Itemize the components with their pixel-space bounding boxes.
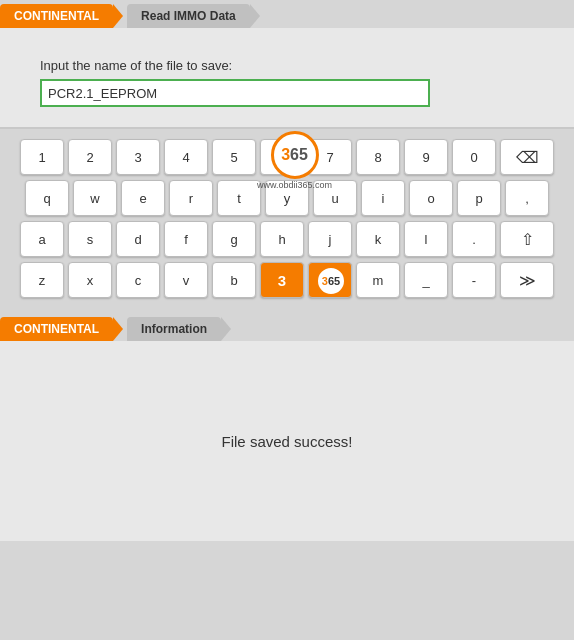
key-p[interactable]: p	[457, 180, 501, 216]
tab-continental-bottom[interactable]: CONTINENTAL	[0, 317, 113, 341]
key-comma[interactable]: ,	[505, 180, 549, 216]
key-logo-right: 365	[308, 262, 352, 298]
tab-arrow-immo	[250, 4, 260, 28]
tab-arrow-bottom-continental	[113, 317, 123, 341]
key-i[interactable]: i	[361, 180, 405, 216]
key-y[interactable]: y	[265, 180, 309, 216]
key-v[interactable]: v	[164, 262, 208, 298]
key-h[interactable]: h	[260, 221, 304, 257]
tab-continental-top[interactable]: CONTINENTAL	[0, 4, 113, 28]
key-0[interactable]: 0	[452, 139, 496, 175]
keyboard-row-q: q w e r t y u i o p ,	[8, 180, 566, 216]
tab-information[interactable]: Information	[127, 317, 221, 341]
key-shift[interactable]: ⇧	[500, 221, 554, 257]
top-tab-bar: CONTINENTAL Read IMMO Data	[0, 0, 574, 28]
key-dash[interactable]: -	[452, 262, 496, 298]
key-s[interactable]: s	[68, 221, 112, 257]
key-6[interactable]: 6	[260, 139, 304, 175]
key-c[interactable]: c	[116, 262, 160, 298]
key-u[interactable]: u	[313, 180, 357, 216]
key-double-down[interactable]: ≫	[500, 262, 554, 298]
tab-arrow-information	[221, 317, 231, 341]
key-1[interactable]: 1	[20, 139, 64, 175]
key-w[interactable]: w	[73, 180, 117, 216]
bottom-tab-bar: CONTINENTAL Information	[0, 313, 574, 341]
key-5[interactable]: 5	[212, 139, 256, 175]
file-name-input[interactable]	[40, 79, 430, 107]
key-underscore[interactable]: _	[404, 262, 448, 298]
key-x[interactable]: x	[68, 262, 112, 298]
file-input-label: Input the name of the file to save:	[40, 58, 534, 73]
key-period[interactable]: .	[452, 221, 496, 257]
key-7[interactable]: 7	[308, 139, 352, 175]
key-l[interactable]: l	[404, 221, 448, 257]
key-8[interactable]: 8	[356, 139, 400, 175]
key-r[interactable]: r	[169, 180, 213, 216]
key-k[interactable]: k	[356, 221, 400, 257]
keyboard-container: 1 2 3 4 5 6 7 8 9 0 ⌫ q w e r t y u i o …	[0, 129, 574, 313]
key-9[interactable]: 9	[404, 139, 448, 175]
key-4[interactable]: 4	[164, 139, 208, 175]
success-message: File saved success!	[222, 433, 353, 450]
keyboard-row-numbers: 1 2 3 4 5 6 7 8 9 0 ⌫	[8, 139, 566, 175]
keyboard-row-z: z x c v b 3 365 m _ - ≫	[8, 262, 566, 298]
key-z[interactable]: z	[20, 262, 64, 298]
keyboard-row-a: a s d f g h j k l . ⇧	[8, 221, 566, 257]
lower-panel: File saved success!	[0, 341, 574, 541]
tab-read-immo[interactable]: Read IMMO Data	[127, 4, 250, 28]
key-b[interactable]: b	[212, 262, 256, 298]
key-d[interactable]: d	[116, 221, 160, 257]
key-o[interactable]: o	[409, 180, 453, 216]
key-j[interactable]: j	[308, 221, 352, 257]
key-2[interactable]: 2	[68, 139, 112, 175]
tab-arrow-top	[113, 4, 123, 28]
key-f[interactable]: f	[164, 221, 208, 257]
key-3[interactable]: 3	[116, 139, 160, 175]
key-m[interactable]: m	[356, 262, 400, 298]
key-a[interactable]: a	[20, 221, 64, 257]
key-backspace[interactable]: ⌫	[500, 139, 554, 175]
key-q[interactable]: q	[25, 180, 69, 216]
key-e[interactable]: e	[121, 180, 165, 216]
upper-panel: Input the name of the file to save:	[0, 28, 574, 129]
key-g[interactable]: g	[212, 221, 256, 257]
key-t[interactable]: t	[217, 180, 261, 216]
key-logo-left: 3	[260, 262, 304, 298]
